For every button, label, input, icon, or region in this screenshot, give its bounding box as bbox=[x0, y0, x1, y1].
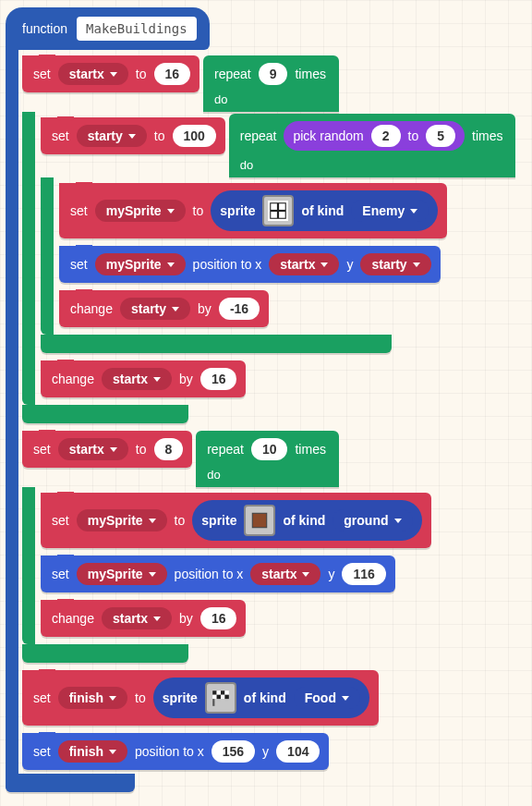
svg-rect-11 bbox=[216, 695, 220, 699]
value-input[interactable]: 156 bbox=[212, 740, 255, 763]
set-startx-block[interactable]: set startx to 16 bbox=[22, 55, 200, 92]
repeat-block-inner[interactable]: repeat pick random 2 to 5 times do bbox=[229, 114, 516, 177]
chevron-down-icon bbox=[110, 447, 117, 452]
checkered-flag-icon bbox=[211, 688, 231, 708]
kind-dropdown-food[interactable]: Food bbox=[294, 687, 360, 709]
chevron-down-icon bbox=[110, 72, 117, 77]
svg-rect-13 bbox=[224, 695, 228, 699]
kind-dropdown-enemy[interactable]: Enemy bbox=[351, 200, 429, 222]
repeat-block-ground[interactable]: repeat 10 times do bbox=[196, 431, 339, 487]
value-input[interactable]: 8 bbox=[154, 438, 184, 460]
value-input[interactable]: 16 bbox=[200, 368, 237, 390]
sprite-image-picker[interactable] bbox=[262, 195, 294, 226]
value-input[interactable]: 100 bbox=[173, 125, 216, 147]
chevron-down-icon bbox=[153, 617, 161, 621]
var-dropdown-startx[interactable]: startx bbox=[58, 438, 128, 460]
sprite-create-block[interactable]: sprite of kind ground bbox=[192, 500, 421, 541]
var-dropdown-starty[interactable]: starty bbox=[77, 125, 147, 147]
chevron-down-icon bbox=[153, 377, 161, 382]
change-startx-block[interactable]: change startx by 16 bbox=[41, 360, 246, 397]
chevron-down-icon bbox=[394, 519, 402, 523]
var-dropdown-starty[interactable]: starty bbox=[120, 298, 190, 320]
var-dropdown-startx[interactable]: startx bbox=[102, 368, 172, 390]
chevron-down-icon bbox=[167, 263, 175, 267]
function-name-input[interactable]: MakeBuildings bbox=[77, 17, 197, 41]
set-position-finish-block[interactable]: set finish position to x 156 y 104 bbox=[22, 733, 329, 770]
chevron-down-icon bbox=[109, 696, 116, 701]
var-dropdown-starty[interactable]: starty bbox=[360, 253, 430, 275]
chevron-down-icon bbox=[410, 209, 417, 214]
var-dropdown-mysprite[interactable]: mySprite bbox=[77, 563, 167, 585]
chevron-down-icon bbox=[167, 209, 175, 214]
set-position-enemy-block[interactable]: set mySprite position to x startx y star… bbox=[59, 246, 441, 283]
value-input[interactable]: -16 bbox=[219, 298, 260, 320]
var-dropdown-startx[interactable]: startx bbox=[250, 563, 320, 585]
sprite-create-block[interactable]: sprite of kind Food bbox=[153, 678, 369, 718]
sprite-image-picker[interactable] bbox=[205, 682, 236, 714]
svg-rect-6 bbox=[212, 690, 216, 694]
value-input[interactable]: 16 bbox=[200, 607, 237, 629]
chevron-down-icon bbox=[320, 263, 328, 267]
kind-dropdown-ground[interactable]: ground bbox=[332, 509, 412, 531]
set-starty-block[interactable]: set starty to 100 bbox=[41, 117, 225, 154]
set-mysprite-ground-block[interactable]: set mySprite to sprite of kind ground bbox=[41, 493, 431, 548]
svg-rect-14 bbox=[212, 699, 214, 706]
value-input[interactable]: 2 bbox=[371, 125, 401, 147]
pick-random-block[interactable]: pick random 2 to 5 bbox=[284, 121, 465, 151]
var-dropdown-finish[interactable]: finish bbox=[58, 687, 127, 709]
svg-rect-8 bbox=[221, 690, 224, 694]
value-input[interactable]: 116 bbox=[342, 563, 385, 585]
var-dropdown-startx[interactable]: startx bbox=[102, 607, 172, 629]
svg-rect-5 bbox=[253, 513, 267, 527]
chevron-down-icon bbox=[172, 307, 179, 311]
change-starty-block[interactable]: change starty by -16 bbox=[59, 290, 269, 327]
var-dropdown-startx[interactable]: startx bbox=[58, 63, 128, 85]
function-hat[interactable]: function MakeBuildings bbox=[6, 7, 210, 50]
change-startx-ground-block[interactable]: change startx by 16 bbox=[41, 600, 246, 637]
value-input[interactable]: 104 bbox=[276, 740, 320, 763]
value-input[interactable]: 16 bbox=[154, 63, 191, 85]
svg-rect-9 bbox=[224, 690, 228, 694]
svg-rect-10 bbox=[212, 695, 216, 699]
repeat-block-outer[interactable]: repeat 9 times do bbox=[203, 55, 339, 112]
svg-rect-3 bbox=[272, 212, 278, 218]
chevron-down-icon bbox=[149, 572, 156, 577]
svg-rect-7 bbox=[216, 690, 220, 694]
value-input[interactable]: 5 bbox=[426, 125, 455, 147]
svg-rect-1 bbox=[272, 203, 278, 210]
var-dropdown-finish[interactable]: finish bbox=[58, 740, 127, 763]
set-finish-block[interactable]: set finish to sprite of kind Food bbox=[22, 670, 379, 726]
value-input[interactable]: 10 bbox=[251, 438, 288, 460]
var-dropdown-mysprite[interactable]: mySprite bbox=[95, 253, 186, 275]
chevron-down-icon bbox=[149, 519, 156, 523]
window-icon bbox=[268, 201, 288, 221]
var-dropdown-startx[interactable]: startx bbox=[269, 253, 339, 275]
chevron-down-icon bbox=[302, 572, 309, 577]
set-mysprite-enemy-block[interactable]: set mySprite to sprite of kind Enemy bbox=[59, 183, 447, 238]
svg-rect-12 bbox=[221, 695, 224, 699]
svg-rect-4 bbox=[280, 212, 286, 218]
var-dropdown-mysprite[interactable]: mySprite bbox=[95, 200, 186, 222]
square-icon bbox=[249, 510, 270, 531]
function-keyword: function bbox=[22, 21, 67, 36]
svg-rect-2 bbox=[280, 203, 286, 210]
chevron-down-icon bbox=[128, 134, 136, 139]
set-position-ground-block[interactable]: set mySprite position to x startx y 116 bbox=[41, 556, 395, 592]
sprite-create-block[interactable]: sprite of kind Enemy bbox=[211, 190, 438, 231]
value-input[interactable]: 9 bbox=[259, 63, 288, 85]
sprite-image-picker[interactable] bbox=[244, 505, 275, 536]
chevron-down-icon bbox=[342, 696, 349, 701]
chevron-down-icon bbox=[413, 263, 420, 267]
chevron-down-icon bbox=[109, 750, 116, 754]
var-dropdown-mysprite[interactable]: mySprite bbox=[77, 509, 167, 531]
set-startx-8-block[interactable]: set startx to 8 bbox=[22, 431, 192, 468]
